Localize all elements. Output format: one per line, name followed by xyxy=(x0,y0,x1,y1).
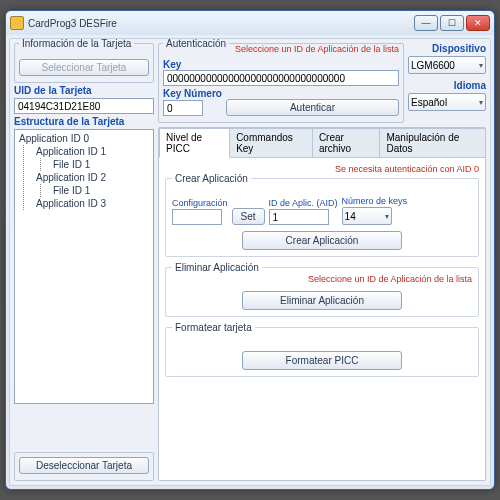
deselect-card-button[interactable]: Deseleccionar Tarjeta xyxy=(19,457,149,474)
tree-app[interactable]: Application ID 2 File ID 1 xyxy=(34,171,151,197)
maximize-button[interactable]: ☐ xyxy=(440,15,464,31)
numkeys-label: Número de keys xyxy=(342,196,408,206)
device-label: Dispositivo xyxy=(408,43,486,54)
select-card-button[interactable]: Seleccionar Tarjeta xyxy=(19,59,149,76)
numkeys-select[interactable]: 14▾ xyxy=(342,207,392,225)
delete-app-legend: Eliminar Aplicación xyxy=(172,262,262,273)
tab-create-file[interactable]: Crear archivo xyxy=(312,128,381,158)
key-label: Key xyxy=(163,59,399,70)
create-app-group: Crear Aplicación Configuración Set ID de… xyxy=(165,178,479,257)
delete-app-button[interactable]: Eliminar Aplicación xyxy=(242,291,402,310)
app-icon xyxy=(10,16,24,30)
card-info-group: Información de la Tarjeta Seleccionar Ta… xyxy=(14,43,154,83)
config-label: Configuración xyxy=(172,198,228,208)
tab-commands-key[interactable]: Commandos Key xyxy=(229,128,313,158)
titlebar[interactable]: CardProg3 DESFire — ☐ ✕ xyxy=(6,11,494,35)
config-field[interactable] xyxy=(172,209,222,225)
chevron-down-icon: ▾ xyxy=(479,98,483,107)
close-button[interactable]: ✕ xyxy=(466,15,490,31)
tree-file[interactable]: File ID 1 xyxy=(51,184,151,197)
card-structure-tree[interactable]: Application ID 0 Application ID 1 File I… xyxy=(14,129,154,404)
tree-app[interactable]: Application ID 3 xyxy=(34,197,151,210)
keynum-label: Key Número xyxy=(163,88,222,99)
auth-group: Autenticación Seleccione un ID de Aplica… xyxy=(158,43,404,123)
chevron-down-icon: ▾ xyxy=(479,61,483,70)
main-tabs: Nivel de PICC Commandos Key Crear archiv… xyxy=(158,127,486,481)
window-title: CardProg3 DESFire xyxy=(28,18,414,29)
card-info-legend: Información de la Tarjeta xyxy=(19,38,134,49)
authenticate-button[interactable]: Autenticar xyxy=(226,99,399,116)
create-app-button[interactable]: Crear Aplicación xyxy=(242,231,402,250)
format-legend: Formatear tarjeta xyxy=(172,322,255,333)
tab-picc[interactable]: Nivel de PICC xyxy=(159,128,230,158)
uid-label: UID de la Tarjeta xyxy=(14,85,154,96)
tree-file[interactable]: File ID 1 xyxy=(51,158,151,171)
struct-label: Estructura de la Tarjeta xyxy=(14,116,154,127)
minimize-button[interactable]: — xyxy=(414,15,438,31)
aid-field[interactable] xyxy=(269,209,329,225)
app-window: CardProg3 DESFire — ☐ ✕ Información de l… xyxy=(5,10,495,490)
delete-warning: Seleccione un ID de Aplicación de la lis… xyxy=(308,274,472,284)
device-select[interactable]: LGM6600▾ xyxy=(408,56,486,74)
tree-app[interactable]: Application ID 1 File ID 1 xyxy=(34,145,151,171)
auth-warning: Seleccione un ID de Aplicación de la lis… xyxy=(235,44,399,54)
key-field[interactable] xyxy=(163,70,399,86)
chevron-down-icon: ▾ xyxy=(385,212,389,221)
deselect-group: Deseleccionar Tarjeta xyxy=(14,452,154,481)
format-card-group: Formatear tarjeta Formatear PICC xyxy=(165,327,479,377)
tree-root[interactable]: Application ID 0 Application ID 1 File I… xyxy=(17,132,151,210)
lang-select[interactable]: Español▾ xyxy=(408,93,486,111)
aid-label: ID de Aplic. (AID) xyxy=(269,198,338,208)
set-button[interactable]: Set xyxy=(232,208,265,225)
lang-label: Idioma xyxy=(408,80,486,91)
auth-legend: Autenticación xyxy=(163,38,229,49)
uid-field[interactable] xyxy=(14,98,154,114)
format-picc-button[interactable]: Formatear PICC xyxy=(242,351,402,370)
keynum-field[interactable] xyxy=(163,100,203,116)
delete-app-group: Eliminar Aplicación Seleccione un ID de … xyxy=(165,267,479,317)
create-app-legend: Crear Aplicación xyxy=(172,173,251,184)
tab-data-manipulation[interactable]: Manipulación de Datos xyxy=(379,128,486,158)
